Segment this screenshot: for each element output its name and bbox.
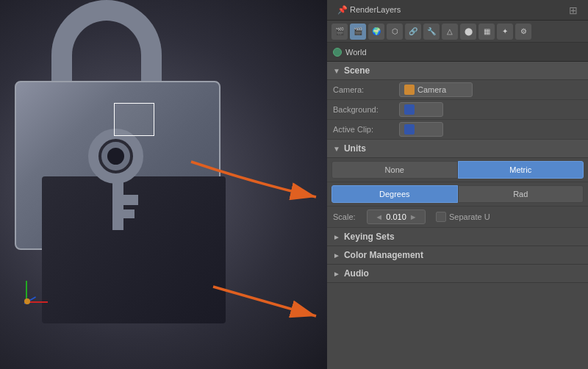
keying-sets-section[interactable]: ► Keying Sets bbox=[327, 228, 588, 246]
key-tooth2 bbox=[123, 209, 135, 218]
scale-left-arrow: ◄ bbox=[375, 212, 383, 221]
active-clip-row: Active Clip: bbox=[327, 120, 588, 140]
camera-icon bbox=[404, 85, 415, 95]
radians-button[interactable]: Rad bbox=[458, 185, 584, 203]
units-section-header[interactable]: ▼ Units bbox=[327, 140, 588, 158]
camera-label: Camera: bbox=[333, 85, 399, 94]
keying-sets-title: Keying Sets bbox=[344, 232, 395, 242]
camera-value: Camera bbox=[399, 82, 582, 97]
units-section-title: Units bbox=[344, 143, 366, 154]
active-clip-value bbox=[399, 122, 582, 137]
units-triangle-icon: ▼ bbox=[333, 145, 340, 153]
data-icon[interactable]: △ bbox=[442, 24, 458, 40]
active-clip-label: Active Clip: bbox=[333, 125, 399, 134]
background-row: Background: bbox=[327, 100, 588, 120]
axis-indicator bbox=[15, 273, 51, 310]
axis-origin bbox=[24, 298, 30, 304]
none-button[interactable]: None bbox=[331, 161, 458, 179]
color-mgmt-triangle-icon: ► bbox=[333, 251, 340, 259]
viewport-3d[interactable] bbox=[0, 0, 327, 369]
scale-right-arrow: ► bbox=[409, 212, 417, 221]
material-icon[interactable]: ⬤ bbox=[460, 24, 476, 40]
scale-input[interactable]: ◄ 0.010 ► bbox=[367, 209, 426, 224]
active-clip-icon bbox=[404, 124, 415, 135]
background-icon bbox=[404, 104, 415, 115]
color-management-section[interactable]: ► Color Management bbox=[327, 246, 588, 265]
tab-bar: 📌 RenderLayers ⊞ bbox=[327, 0, 588, 21]
scene-triangle-icon: ▼ bbox=[333, 67, 340, 75]
camera-row: Camera: Camera bbox=[327, 80, 588, 100]
pin-icon: 📌 bbox=[337, 5, 348, 14]
angle-type-row: Degrees Rad bbox=[327, 182, 588, 207]
background-label: Background: bbox=[333, 105, 399, 114]
active-clip-button[interactable] bbox=[399, 122, 443, 137]
keying-sets-triangle-icon: ► bbox=[333, 233, 340, 241]
audio-triangle-icon: ► bbox=[333, 270, 340, 278]
modifier-icon[interactable]: 🔧 bbox=[423, 24, 440, 40]
constraints-icon[interactable]: 🔗 bbox=[405, 24, 421, 40]
degrees-button[interactable]: Degrees bbox=[331, 185, 458, 203]
world-dot bbox=[333, 48, 342, 57]
object-icon[interactable]: ⬡ bbox=[387, 24, 403, 40]
camera-name: Camera bbox=[417, 85, 446, 94]
scale-label: Scale: bbox=[333, 212, 362, 221]
audio-title: Audio bbox=[344, 268, 369, 279]
background-value bbox=[399, 102, 582, 117]
separate-checkbox[interactable] bbox=[436, 212, 446, 222]
separate-checkbox-row: Separate U bbox=[436, 212, 490, 222]
physics-icon[interactable]: ⚙ bbox=[515, 24, 531, 40]
metric-button[interactable]: Metric bbox=[458, 161, 584, 179]
color-management-title: Color Management bbox=[344, 250, 423, 260]
audio-section[interactable]: ► Audio bbox=[327, 265, 588, 283]
scene-section-header[interactable]: ▼ Scene bbox=[327, 62, 588, 80]
render-icon[interactable]: 🎬 bbox=[331, 24, 348, 40]
units-type-row: None Metric bbox=[327, 158, 588, 182]
properties-panel: 📌 RenderLayers ⊞ 🎬 🎬 🌍 ⬡ 🔗 🔧 △ ⬤ ▦ ✦ ⚙ W… bbox=[327, 0, 588, 369]
scale-row: Scale: ◄ 0.010 ► Separate U bbox=[327, 207, 588, 228]
world-tab[interactable]: World bbox=[333, 48, 367, 57]
scale-value: 0.010 bbox=[386, 212, 406, 221]
selection-box bbox=[114, 103, 154, 136]
key-symbol bbox=[77, 129, 158, 232]
camera-button[interactable]: Camera bbox=[399, 82, 473, 97]
tab-render-layers[interactable]: 📌 RenderLayers bbox=[330, 2, 408, 18]
key-stem bbox=[112, 179, 123, 230]
scene-section-title: Scene bbox=[344, 65, 370, 76]
key-tooth1 bbox=[123, 195, 138, 205]
particles-icon[interactable]: ✦ bbox=[497, 24, 513, 40]
properties-icons-row: 🎬 🎬 🌍 ⬡ 🔗 🔧 △ ⬤ ▦ ✦ ⚙ bbox=[327, 21, 588, 43]
world-label: World bbox=[345, 48, 367, 57]
key-ring-inner bbox=[101, 142, 130, 171]
tab-spacer: ⊞ bbox=[562, 1, 585, 19]
scene-icon[interactable]: 🎬 bbox=[350, 24, 366, 40]
world-tab-row: World bbox=[327, 43, 588, 62]
world-icon[interactable]: 🌍 bbox=[368, 24, 384, 40]
background-button[interactable] bbox=[399, 102, 443, 117]
texture-icon[interactable]: ▦ bbox=[478, 24, 495, 40]
separate-label: Separate U bbox=[449, 212, 490, 221]
